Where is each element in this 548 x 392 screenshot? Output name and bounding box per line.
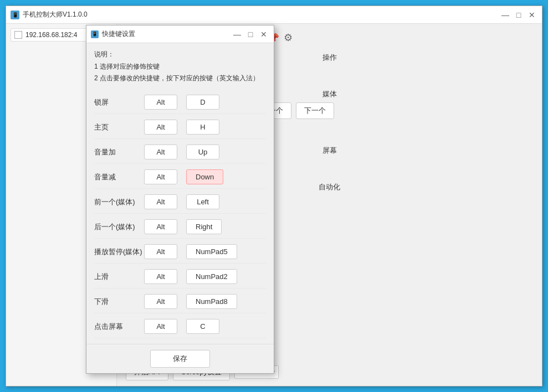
shortcut-row-lock: 锁屏 Alt D: [94, 91, 266, 114]
modifier-btn-click-screen[interactable]: Alt: [144, 319, 177, 334]
key-btn-home[interactable]: H: [186, 120, 219, 135]
modifier-btn-scroll-up[interactable]: Alt: [144, 269, 177, 284]
key-btn-next-media[interactable]: Right: [186, 219, 222, 234]
modifier-btn-prev-media[interactable]: Alt: [144, 194, 177, 209]
shortcut-settings-dialog: 📱 快捷键设置 — □ ✕ 说明： 1 选择对应的修饰按键 2 点击要修改的快捷…: [86, 25, 274, 374]
shortcut-label-vol-up: 音量加: [94, 147, 144, 157]
instruction-2: 2 点击要修改的快捷键，按下对应的按键（英文输入法）: [94, 73, 266, 85]
modifier-btn-scroll-down[interactable]: Alt: [144, 294, 177, 309]
main-minimize-btn[interactable]: —: [500, 9, 511, 20]
shortcut-label-click-screen: 点击屏幕: [94, 322, 144, 332]
modifier-btn-play-pause[interactable]: Alt: [144, 244, 177, 259]
shortcut-row-scroll-down: 下滑 Alt NumPad8: [94, 291, 266, 313]
modifier-btn-lock[interactable]: Alt: [144, 95, 177, 110]
shortcut-label-play-pause: 播放暂停(媒体): [94, 247, 144, 257]
key-btn-vol-up[interactable]: Up: [186, 145, 219, 159]
shortcut-row-next-media: 后一个(媒体) Alt Right: [94, 216, 266, 239]
dialog-title-controls: — □ ✕: [232, 29, 269, 40]
shortcut-row-home: 主页 Alt H: [94, 116, 266, 139]
main-title-bar: 📱 手机控制大师V1.1.0.0 — □ ✕: [6, 6, 542, 24]
dialog-footer: 保存: [86, 344, 274, 373]
main-app-icon: 📱: [11, 11, 19, 19]
modifier-btn-next-media[interactable]: Alt: [144, 219, 177, 234]
save-btn[interactable]: 保存: [150, 350, 210, 368]
dialog-body: 说明： 1 选择对应的修饰按键 2 点击要修改的快捷键，按下对应的按键（英文输入…: [86, 43, 274, 344]
shortcut-row-click-screen: 点击屏幕 Alt C: [94, 316, 266, 338]
dialog-close-btn[interactable]: ✕: [258, 29, 269, 40]
dialog-title-bar: 📱 快捷键设置 — □ ✕: [86, 25, 274, 43]
main-close-btn[interactable]: ✕: [526, 9, 537, 20]
shortcut-row-vol-down: 音量减 Alt Down: [94, 166, 266, 189]
shortcut-label-prev-media: 前一个(媒体): [94, 197, 144, 207]
key-btn-scroll-down[interactable]: NumPad8: [186, 294, 237, 309]
shortcut-label-next-media: 后一个(媒体): [94, 222, 144, 232]
device-checkbox[interactable]: [14, 31, 22, 39]
main-maximize-btn[interactable]: □: [513, 9, 524, 20]
next-btn[interactable]: 下一个: [296, 102, 334, 119]
shortcut-row-scroll-up: 上滑 Alt NumPad2: [94, 266, 266, 288]
gear-icon[interactable]: ⚙: [284, 32, 293, 44]
dialog-app-icon: 📱: [91, 30, 99, 38]
modifier-btn-vol-up[interactable]: Alt: [144, 145, 177, 159]
shortcut-label-scroll-up: 上滑: [94, 272, 144, 282]
key-btn-lock[interactable]: D: [186, 95, 219, 110]
dialog-instructions: 说明： 1 选择对应的修饰按键 2 点击要修改的快捷键，按下对应的按键（英文输入…: [94, 49, 266, 85]
key-btn-prev-media[interactable]: Left: [186, 194, 219, 209]
key-btn-click-screen[interactable]: C: [186, 319, 219, 334]
shortcut-label-home: 主页: [94, 122, 144, 132]
key-btn-vol-down[interactable]: Down: [186, 169, 223, 184]
instruction-title: 说明：: [94, 49, 266, 61]
key-btn-play-pause[interactable]: NumPad5: [186, 244, 237, 259]
shortcut-row-vol-up: 音量加 Alt Up: [94, 141, 266, 164]
main-title-controls: — □ ✕: [500, 9, 537, 20]
device-ip: 192.168.68.182:4: [25, 31, 77, 39]
key-btn-scroll-up[interactable]: NumPad2: [186, 269, 237, 284]
dialog-minimize-btn[interactable]: —: [232, 29, 243, 40]
shortcut-label-scroll-down: 下滑: [94, 297, 144, 307]
shortcut-row-play-pause: 播放暂停(媒体) Alt NumPad5: [94, 241, 266, 264]
modifier-btn-home[interactable]: Alt: [144, 120, 177, 135]
main-title: 手机控制大师V1.1.0.0: [23, 10, 500, 19]
shortcut-label-vol-down: 音量减: [94, 172, 144, 182]
shortcut-row-prev-media: 前一个(媒体) Alt Left: [94, 191, 266, 214]
shortcut-label-lock: 锁屏: [94, 97, 144, 107]
modifier-btn-vol-down[interactable]: Alt: [144, 169, 177, 184]
instruction-1: 1 选择对应的修饰按键: [94, 61, 266, 73]
dialog-maximize-btn[interactable]: □: [245, 29, 256, 40]
dialog-title: 快捷键设置: [102, 29, 232, 39]
